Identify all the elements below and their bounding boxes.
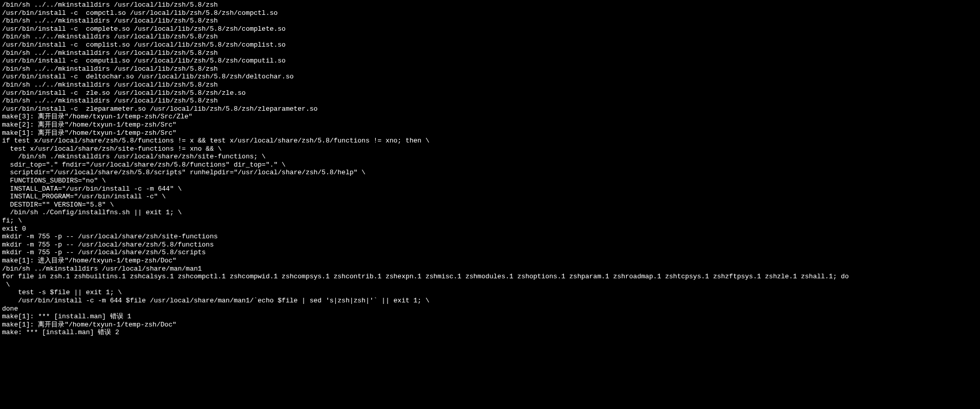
terminal-line: /bin/sh ../../mkinstalldirs /usr/local/l…: [2, 65, 978, 73]
terminal-line: make[3]: 离开目录"/home/txyun-1/temp-zsh/Src…: [2, 113, 978, 121]
terminal-line: \: [2, 281, 978, 289]
terminal-line: sdir_top="." fndir="/usr/local/share/zsh…: [2, 161, 978, 169]
terminal-line: FUNCTIONS_SUBDIRS="no" \: [2, 177, 978, 185]
terminal-line: mkdir -m 755 -p -- /usr/local/share/zsh/…: [2, 233, 978, 241]
terminal-line: /bin/sh ./mkinstalldirs /usr/local/share…: [2, 153, 978, 161]
terminal-line: /usr/bin/install -c complete.so /usr/loc…: [2, 25, 978, 33]
terminal-line: /usr/bin/install -c complist.so /usr/loc…: [2, 41, 978, 49]
terminal-line: for file in zsh.1 zshbuiltins.1 zshcalsy…: [2, 273, 978, 281]
terminal-output[interactable]: /bin/sh ../../mkinstalldirs /usr/local/l…: [2, 1, 978, 337]
terminal-line: scriptdir="/usr/local/share/zsh/5.8/scri…: [2, 169, 978, 177]
terminal-line: make[1]: 进入目录"/home/txyun-1/temp-zsh/Doc…: [2, 257, 978, 265]
terminal-line: /usr/bin/install -c zleparameter.so /usr…: [2, 105, 978, 113]
terminal-line: /bin/sh ../mkinstalldirs /usr/local/shar…: [2, 265, 978, 273]
terminal-line: mkdir -m 755 -p -- /usr/local/share/zsh/…: [2, 249, 978, 257]
terminal-line: /usr/bin/install -c deltochar.so /usr/lo…: [2, 73, 978, 81]
terminal-line: /bin/sh ../../mkinstalldirs /usr/local/l…: [2, 17, 978, 25]
terminal-line: make[2]: 离开目录"/home/txyun-1/temp-zsh/Src…: [2, 121, 978, 129]
terminal-line: /bin/sh ./Config/installfns.sh || exit 1…: [2, 209, 978, 217]
terminal-line: /bin/sh ../../mkinstalldirs /usr/local/l…: [2, 33, 978, 41]
terminal-line: make: *** [install.man] 错误 2: [2, 329, 978, 337]
terminal-line: INSTALL_PROGRAM="/usr/bin/install -c" \: [2, 193, 978, 201]
terminal-line: mkdir -m 755 -p -- /usr/local/share/zsh/…: [2, 241, 978, 249]
terminal-line: /usr/bin/install -c computil.so /usr/loc…: [2, 57, 978, 65]
terminal-line: /usr/bin/install -c compctl.so /usr/loca…: [2, 9, 978, 17]
terminal-line: /bin/sh ../../mkinstalldirs /usr/local/l…: [2, 97, 978, 105]
terminal-line: make[1]: 离开目录"/home/txyun-1/temp-zsh/Doc…: [2, 321, 978, 329]
terminal-line: exit 0: [2, 225, 978, 233]
terminal-line: /bin/sh ../../mkinstalldirs /usr/local/l…: [2, 81, 978, 89]
terminal-line: done: [2, 305, 978, 313]
terminal-line: fi; \: [2, 217, 978, 225]
terminal-line: /bin/sh ../../mkinstalldirs /usr/local/l…: [2, 49, 978, 57]
terminal-line: INSTALL_DATA="/usr/bin/install -c -m 644…: [2, 185, 978, 193]
terminal-line: /usr/bin/install -c -m 644 $file /usr/lo…: [2, 297, 978, 305]
terminal-line: if test x/usr/local/share/zsh/5.8/functi…: [2, 137, 978, 145]
terminal-line: DESTDIR="" VERSION="5.8" \: [2, 201, 978, 209]
terminal-line: make[1]: *** [install.man] 错误 1: [2, 313, 978, 321]
terminal-line: /usr/bin/install -c zle.so /usr/local/li…: [2, 89, 978, 97]
terminal-line: make[1]: 离开目录"/home/txyun-1/temp-zsh/Src…: [2, 129, 978, 137]
terminal-line: test -s $file || exit 1; \: [2, 289, 978, 297]
terminal-line: /bin/sh ../../mkinstalldirs /usr/local/l…: [2, 1, 978, 9]
terminal-line: test x/usr/local/share/zsh/site-function…: [2, 145, 978, 153]
